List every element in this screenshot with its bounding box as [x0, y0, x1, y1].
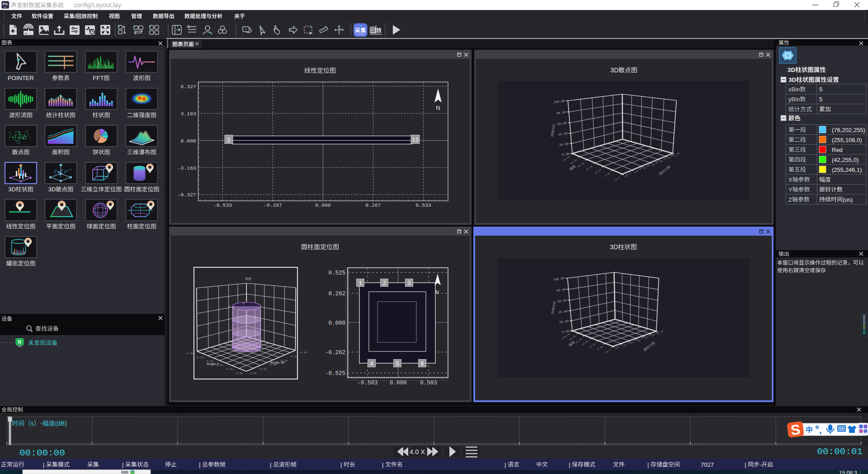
- svg-text:0.525: 0.525: [328, 270, 345, 276]
- svg-text:3: 3: [407, 280, 410, 287]
- svg-text:-0.5m: -0.5m: [185, 352, 193, 355]
- svg-text:|: |: [382, 461, 383, 468]
- svg-text:-0.503: -0.503: [357, 380, 377, 386]
- svg-text:(dB): (dB): [55, 420, 67, 427]
- svg-text:-6.327: -6.327: [178, 192, 196, 198]
- svg-text:3D: 3D: [610, 243, 618, 251]
- svg-text:|: |: [569, 461, 570, 468]
- svg-text:-0.1m: -0.1m: [205, 360, 213, 363]
- svg-text:5: 5: [819, 96, 822, 103]
- svg-text:X: X: [788, 176, 793, 183]
- svg-text:0.267: 0.267: [365, 202, 381, 208]
- svg-text:-0.262: -0.262: [325, 350, 345, 356]
- svg-text:Red: Red: [832, 147, 843, 153]
- svg-text:xBin: xBin: [788, 86, 800, 93]
- svg-text:5: 5: [396, 361, 399, 367]
- svg-text:0.1m: 0.1m: [217, 364, 223, 367]
- svg-text:POINTER: POINTER: [8, 75, 34, 81]
- svg-text:0.3m: 0.3m: [226, 368, 233, 371]
- svg-text:2: 2: [382, 280, 386, 287]
- svg-text:-: -: [760, 461, 761, 468]
- svg-text:-0.3m: -0.3m: [195, 356, 203, 359]
- svg-text:3.163: 3.163: [180, 111, 196, 117]
- svg-text:|: |: [199, 461, 200, 468]
- svg-text:0.000: 0.000: [315, 202, 331, 208]
- svg-text:|: |: [647, 461, 649, 468]
- svg-text:12: 12: [412, 137, 419, 143]
- svg-text:|: |: [745, 461, 746, 468]
- svg-text:AES: AES: [3, 6, 7, 9]
- svg-text:(76,202,255): (76,202,255): [832, 127, 865, 133]
- svg-text:|: |: [505, 461, 506, 468]
- svg-text:3D: 3D: [48, 186, 56, 193]
- svg-text:|: |: [122, 461, 123, 468]
- svg-text:-0.3m: -0.3m: [289, 355, 297, 358]
- svg-text:-0.525: -0.525: [325, 370, 345, 377]
- svg-text:-0.5m: -0.5m: [299, 351, 307, 354]
- svg-text:R: R: [18, 339, 22, 345]
- svg-text:-0.267: -0.267: [264, 202, 282, 208]
- svg-text:(255,246,1): (255,246,1): [832, 166, 862, 173]
- svg-text:00:00:01: 00:00:01: [817, 446, 863, 457]
- svg-text:s: s: [31, 420, 34, 427]
- svg-text:0.5m: 0.5m: [236, 372, 243, 375]
- svg-text:0.1m: 0.1m: [269, 363, 276, 366]
- svg-text:4.0 X: 4.0 X: [410, 448, 425, 455]
- svg-text:0.000: 0.000: [180, 138, 196, 144]
- svg-text:(42,255,0): (42,255,0): [832, 156, 859, 163]
- svg-text:PX: PX: [3, 2, 8, 6]
- svg-text:(255,108,0): (255,108,0): [832, 137, 862, 143]
- svg-text:0.000: 0.000: [390, 380, 407, 386]
- svg-text:5: 5: [819, 86, 822, 93]
- svg-text:-3.163: -3.163: [178, 165, 197, 171]
- svg-text:|: |: [43, 461, 44, 468]
- svg-text:FFT: FFT: [93, 75, 104, 81]
- svg-text:0.3m: 0.3m: [260, 368, 267, 371]
- svg-text:3D: 3D: [610, 66, 618, 74]
- svg-text:(us): (us): [843, 196, 853, 203]
- svg-text:-0.1m: -0.1m: [279, 359, 288, 362]
- svg-text:N: N: [435, 289, 439, 295]
- svg-text:3D: 3D: [788, 76, 797, 83]
- svg-text:6: 6: [420, 361, 424, 367]
- svg-text:7027: 7027: [701, 461, 714, 468]
- svg-text:Z: Z: [788, 196, 792, 203]
- svg-text:N: N: [436, 104, 440, 111]
- svg-text:3D: 3D: [8, 186, 16, 193]
- svg-text:-0.533: -0.533: [213, 202, 232, 208]
- svg-text:0.5m: 0.5m: [250, 372, 257, 375]
- svg-text:0.533: 0.533: [415, 202, 431, 208]
- svg-text:6.327: 6.327: [180, 84, 196, 90]
- svg-text:15:08:3: 15:08:3: [839, 470, 857, 474]
- svg-text:0.503: 0.503: [420, 380, 437, 386]
- svg-text:config/Layout.lay: config/Layout.lay: [74, 1, 121, 9]
- svg-text:-: -: [40, 420, 42, 427]
- svg-text:,: ,: [819, 425, 822, 435]
- svg-text:1: 1: [227, 137, 231, 143]
- svg-text:0.000: 0.000: [328, 320, 345, 327]
- svg-text:4: 4: [370, 361, 373, 367]
- svg-text:1: 1: [359, 280, 362, 287]
- svg-text:00:00:00: 00:00:00: [19, 448, 65, 458]
- svg-text:|: |: [270, 461, 271, 468]
- svg-text:3D: 3D: [788, 66, 796, 73]
- svg-text:S: S: [790, 422, 801, 438]
- svg-text:|: |: [340, 461, 342, 468]
- svg-text:0.262: 0.262: [328, 291, 345, 297]
- svg-text:Y: Y: [788, 186, 793, 193]
- svg-text:yBin: yBin: [788, 96, 800, 103]
